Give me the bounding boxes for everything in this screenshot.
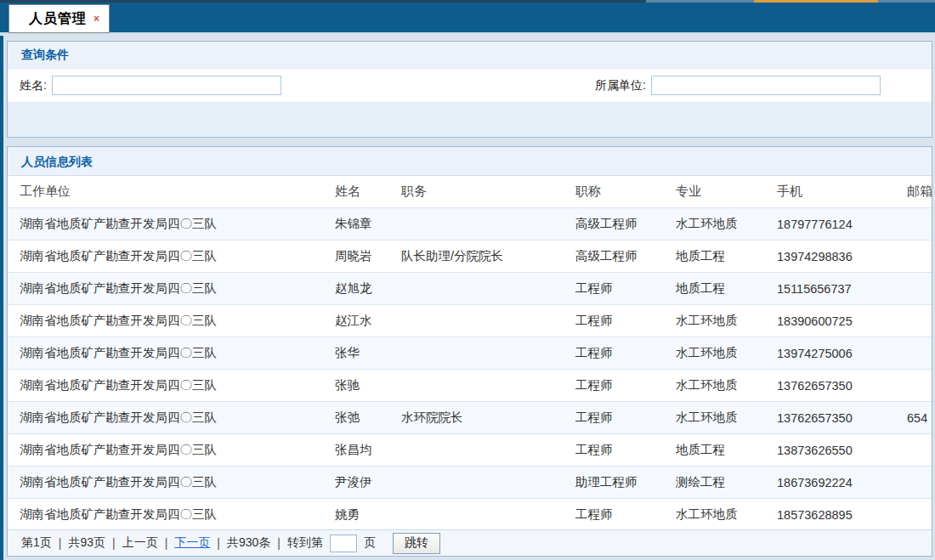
personnel-table: 工作单位姓名职务职称专业手机邮箱 湖南省地质矿产勘查开发局四〇三队朱锦章高级工程…	[8, 176, 932, 531]
table-cell: 地质工程	[664, 240, 765, 273]
column-header: 职称	[564, 176, 664, 208]
table-cell: 湖南省地质矿产勘查开发局四〇三队	[8, 370, 323, 402]
table-cell: 水工环地质	[664, 402, 765, 434]
table-row: 湖南省地质矿产勘查开发局四〇三队张弛水环院院长工程师水工环地质137626573…	[8, 402, 932, 434]
table-cell: 湖南省地质矿产勘查开发局四〇三队	[8, 337, 323, 370]
current-page-label: 第1页	[21, 535, 52, 551]
personnel-table-wrap: 工作单位姓名职务职称专业手机邮箱 湖南省地质矿产勘查开发局四〇三队朱锦章高级工程…	[8, 176, 932, 531]
table-cell: 18797776124	[765, 208, 895, 240]
query-conditions-panel: 查询条件 姓名: 所属单位:	[7, 41, 932, 138]
table-cell	[389, 305, 564, 337]
name-input[interactable]	[52, 76, 281, 95]
table-cell: 13873626550	[765, 434, 895, 467]
table-cell	[895, 208, 932, 240]
table-cell: 张驰	[323, 370, 389, 402]
table-body: 湖南省地质矿产勘查开发局四〇三队朱锦章高级工程师水工环地质18797776124…	[8, 208, 932, 531]
table-cell: 张华	[323, 337, 389, 370]
table-row: 湖南省地质矿产勘查开发局四〇三队赵江水工程师水工环地质18390600725	[8, 305, 932, 337]
separator: |	[277, 536, 280, 550]
jump-button[interactable]: 跳转	[393, 533, 440, 554]
goto-page-suffix: 页	[364, 535, 376, 551]
table-cell	[895, 240, 932, 273]
table-cell	[895, 273, 932, 305]
table-cell: 湖南省地质矿产勘查开发局四〇三队	[8, 273, 323, 305]
table-cell	[389, 337, 564, 370]
table-cell: 工程师	[564, 273, 664, 305]
table-cell: 工程师	[564, 305, 664, 337]
column-header: 手机	[765, 176, 895, 208]
table-row: 湖南省地质矿产勘查开发局四〇三队张昌均工程师地质工程13873626550	[8, 434, 932, 467]
table-cell: 周晓岩	[323, 240, 389, 273]
table-cell	[389, 499, 564, 531]
table-cell: 工程师	[564, 434, 664, 467]
tab-label: 人员管理	[29, 10, 87, 28]
unit-field: 所属单位:	[595, 76, 881, 95]
table-cell: 湖南省地质矿产勘查开发局四〇三队	[8, 240, 323, 273]
table-cell: 姚勇	[323, 499, 389, 531]
table-cell: 高级工程师	[564, 240, 664, 273]
table-cell: 13974275006	[765, 337, 895, 370]
table-cell: 水工环地质	[664, 499, 765, 531]
table-cell	[389, 208, 564, 240]
table-cell: 18573628895	[765, 499, 895, 531]
table-cell: 湖南省地质矿产勘查开发局四〇三队	[8, 305, 323, 337]
name-field: 姓名:	[20, 76, 281, 95]
unit-input[interactable]	[651, 76, 881, 95]
table-row: 湖南省地质矿产勘查开发局四〇三队周晓岩队长助理/分院院长高级工程师地质工程139…	[8, 240, 932, 273]
table-row: 湖南省地质矿产勘查开发局四〇三队张华工程师水工环地质13974275006	[8, 337, 932, 370]
table-cell: 工程师	[564, 370, 664, 402]
pagination-bar: 第1页 | 共93页 | 上一页 | 下一页 | 共930条 | 转到第 页 跳…	[8, 529, 932, 556]
separator: |	[165, 536, 168, 550]
query-panel-title: 查询条件	[8, 42, 932, 68]
table-cell: 水环院院长	[389, 402, 564, 434]
table-cell: 水工环地质	[664, 208, 765, 240]
table-cell: 654	[895, 402, 932, 434]
table-row: 湖南省地质矿产勘查开发局四〇三队张驰工程师水工环地质13762657350	[8, 370, 932, 402]
page-content: 查询条件 姓名: 所属单位: 人员信息列表 工作单位姓名职务职称专业手机邮箱 湖…	[0, 36, 935, 560]
name-label: 姓名:	[20, 78, 47, 93]
table-cell: 水工环地质	[664, 370, 765, 402]
tab-personnel-management[interactable]: 人员管理 ×	[8, 4, 110, 33]
goto-page-input[interactable]	[330, 535, 357, 552]
table-cell: 水工环地质	[664, 305, 765, 337]
column-header: 姓名	[323, 176, 389, 208]
table-cell	[389, 467, 564, 499]
table-cell: 地质工程	[664, 434, 765, 467]
table-cell: 湖南省地质矿产勘查开发局四〇三队	[8, 402, 323, 434]
table-cell: 18673692224	[765, 467, 895, 499]
personnel-list-panel: 人员信息列表 工作单位姓名职务职称专业手机邮箱 湖南省地质矿产勘查开发局四〇三队…	[7, 146, 932, 557]
separator: |	[112, 536, 116, 550]
table-cell: 工程师	[564, 402, 664, 434]
table-cell	[389, 370, 564, 402]
table-cell: 测绘工程	[664, 467, 765, 499]
total-items-label: 共930条	[227, 535, 270, 551]
column-header: 邮箱	[895, 176, 932, 208]
next-page-link[interactable]: 下一页	[174, 535, 210, 551]
table-header: 工作单位姓名职务职称专业手机邮箱	[8, 176, 932, 208]
header-tab-bar: 人员管理 ×	[0, 3, 935, 34]
query-field-row: 姓名: 所属单位:	[8, 68, 932, 102]
unit-label: 所属单位:	[595, 78, 646, 93]
table-cell: 13974298836	[765, 240, 895, 273]
total-pages-label: 共93页	[68, 535, 105, 551]
table-cell: 湖南省地质矿产勘查开发局四〇三队	[8, 208, 323, 240]
left-edge-strip	[0, 36, 3, 560]
column-header: 工作单位	[8, 176, 323, 208]
separator: |	[59, 536, 62, 550]
table-cell	[895, 499, 932, 531]
table-cell	[389, 273, 564, 305]
table-cell: 助理工程师	[564, 467, 664, 499]
goto-page-label: 转到第	[287, 535, 323, 551]
table-cell: 工程师	[564, 337, 664, 370]
table-cell: 水工环地质	[664, 337, 765, 370]
column-header: 专业	[664, 176, 765, 208]
table-cell: 队长助理/分院院长	[389, 240, 564, 273]
query-panel-footer	[8, 102, 932, 136]
table-cell: 湖南省地质矿产勘查开发局四〇三队	[8, 499, 323, 531]
table-row: 湖南省地质矿产勘查开发局四〇三队朱锦章高级工程师水工环地质18797776124	[8, 208, 932, 240]
table-cell: 13762657350	[765, 402, 895, 434]
table-cell	[895, 305, 932, 337]
table-header-row: 工作单位姓名职务职称专业手机邮箱	[8, 176, 932, 208]
tab-close-icon[interactable]: ×	[92, 12, 101, 25]
prev-page-button[interactable]: 上一页	[122, 535, 158, 551]
